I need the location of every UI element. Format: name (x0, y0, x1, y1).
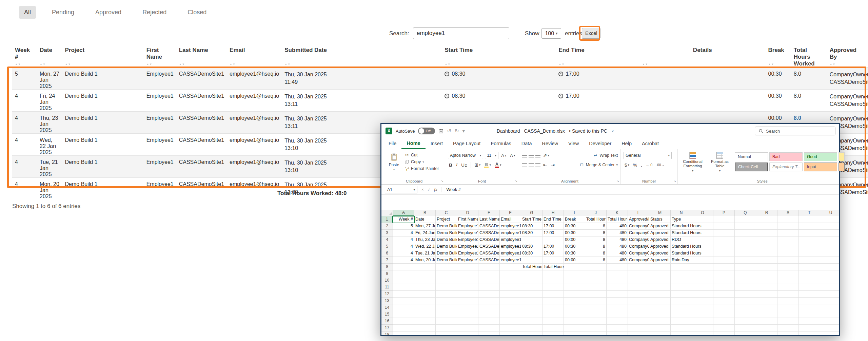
align-bottom-icon[interactable] (535, 154, 540, 157)
accounting-format-button[interactable]: $▾ (624, 163, 630, 168)
sheet-cell[interactable] (500, 325, 521, 331)
sheet-cell[interactable] (692, 277, 713, 284)
sheet-cell-C6[interactable]: Demo Build 1 (436, 250, 457, 257)
sheet-cell[interactable] (436, 311, 457, 318)
sheet-cell-F7[interactable]: employee1@hseq.io (500, 257, 521, 264)
sheet-cell[interactable] (521, 298, 542, 304)
sheet-cell[interactable] (649, 291, 671, 298)
sheet-cell-J2[interactable]: 8 (585, 223, 607, 230)
sheet-cell[interactable] (414, 318, 436, 325)
sheet-cell-D6[interactable]: Employee1 (457, 250, 478, 257)
sheet-row-header-2[interactable]: 2 (381, 223, 393, 230)
sheet-cell[interactable] (542, 331, 564, 335)
sheet-cell[interactable] (500, 331, 521, 335)
sheet-cell[interactable] (521, 236, 542, 243)
sheet-cell[interactable] (628, 298, 649, 304)
sheet-cell-H6[interactable]: 17:00 (542, 250, 564, 257)
sheet-cell-D4[interactable]: Employee1 (457, 236, 478, 243)
sheet-cell-N3[interactable]: Standard Hours (671, 230, 692, 236)
sheet-cell[interactable] (393, 318, 414, 325)
align-center-icon[interactable] (529, 163, 534, 167)
sheet-cell[interactable] (478, 277, 500, 284)
sheet-cell[interactable] (414, 270, 436, 277)
sheet-cell-M4[interactable]: Approved (649, 236, 671, 243)
sheet-cell[interactable] (564, 298, 585, 304)
sheet-cell[interactable] (414, 311, 436, 318)
sheet-cell-G5[interactable]: 08:30 (521, 243, 542, 250)
sheet-cell-G1[interactable]: Start Time (521, 216, 542, 223)
sheet-cell-M1[interactable]: Status (649, 216, 671, 223)
sheet-cell[interactable] (457, 304, 478, 311)
excel-search-box[interactable]: Search (755, 127, 835, 135)
sheet-cell[interactable] (692, 216, 713, 223)
sheet-cell-N4[interactable]: RDO (671, 236, 692, 243)
sheet-row-header-1[interactable]: 1 (381, 216, 393, 223)
sheet-column-header-L[interactable]: L (628, 210, 649, 216)
sheet-cell-K3[interactable]: 480 (607, 230, 628, 236)
sheet-cell-F1[interactable]: Email (500, 216, 521, 223)
sheet-cell[interactable] (457, 291, 478, 298)
timesheet-row[interactable]: 4Fri, 24 Jan 2025Demo Build 1Employee1CA… (12, 90, 868, 112)
sheet-cell[interactable] (649, 331, 671, 335)
sheet-cell[interactable] (585, 311, 607, 318)
sheet-cell[interactable] (414, 291, 436, 298)
sheet-cell-C7[interactable]: Demo Build 1 (436, 257, 457, 264)
conditional-formatting-button[interactable]: Conditional Formatting ▾ (680, 151, 705, 172)
dialog-launcher-icon[interactable]: ↘ (515, 179, 517, 183)
sheet-cell[interactable] (607, 311, 628, 318)
sheet-cell[interactable] (436, 270, 457, 277)
sheet-cell[interactable] (692, 304, 713, 311)
sheet-cell[interactable] (457, 298, 478, 304)
sheet-cell[interactable] (607, 325, 628, 331)
sheet-cell[interactable] (521, 325, 542, 331)
ribbon-tab-page-layout[interactable]: Page Layout (448, 138, 486, 149)
ribbon-tab-file[interactable]: File (383, 138, 401, 149)
sheet-cell[interactable] (799, 277, 820, 284)
formula-input[interactable]: Week # (441, 187, 460, 192)
sheet-column-header-A[interactable]: A (393, 210, 414, 216)
redo-button[interactable]: ↻ (455, 128, 459, 134)
sheet-cell[interactable] (777, 325, 799, 331)
sheet-column-header-U[interactable]: U (820, 210, 839, 216)
bold-button[interactable]: B (448, 163, 453, 168)
sheet-cell-C3[interactable]: Demo Build 1 (436, 230, 457, 236)
sheet-cell[interactable] (713, 284, 735, 291)
sheet-cell[interactable] (735, 270, 756, 277)
sheet-cell[interactable] (713, 270, 735, 277)
sheet-cell-D1[interactable]: First Name (457, 216, 478, 223)
sheet-cell[interactable] (542, 304, 564, 311)
sheet-cell[interactable] (692, 318, 713, 325)
sheet-cell-D3[interactable]: Employee1 (457, 230, 478, 236)
sheet-cell-M2[interactable]: Approved (649, 223, 671, 230)
sheet-cell[interactable] (478, 284, 500, 291)
sheet-cell-I6[interactable]: 00:30 (564, 250, 585, 257)
sheet-cell[interactable] (457, 264, 478, 270)
sheet-cell[interactable] (777, 270, 799, 277)
sheet-cell-I4[interactable]: 00:00 (564, 236, 585, 243)
ribbon-tab-formulas[interactable]: Formulas (486, 138, 516, 149)
sheet-cell[interactable] (756, 304, 777, 311)
sheet-cell[interactable] (756, 291, 777, 298)
sheet-cell-J5[interactable]: 8 (585, 243, 607, 250)
sheet-cell[interactable] (649, 325, 671, 331)
sheet-cell-M6[interactable]: Approved (649, 250, 671, 257)
sheet-cell[interactable] (393, 311, 414, 318)
ribbon-tab-data[interactable]: Data (516, 138, 537, 149)
sheet-cell[interactable] (564, 284, 585, 291)
dialog-launcher-icon[interactable]: ↘ (673, 179, 676, 183)
wrap-text-button[interactable]: ↩ Wrap Text (593, 153, 618, 158)
sheet-cell[interactable] (542, 298, 564, 304)
sheet-cell[interactable] (607, 318, 628, 325)
sheet-cell[interactable] (777, 216, 799, 223)
sheet-cell-C2[interactable]: Demo Build 1 (436, 223, 457, 230)
sheet-cell[interactable] (500, 318, 521, 325)
sheet-column-header-H[interactable]: H (542, 210, 564, 216)
sheet-cell-I5[interactable]: 00:30 (564, 243, 585, 250)
column-header-project[interactable]: Project▲▼ (62, 45, 144, 68)
sheet-cell[interactable] (521, 277, 542, 284)
sheet-cell[interactable] (735, 331, 756, 335)
sheet-cell-E4[interactable]: CASSADemoSite1 (478, 236, 500, 243)
sheet-cell[interactable] (649, 318, 671, 325)
dialog-launcher-icon[interactable]: ↘ (616, 179, 619, 183)
sheet-cell-N1[interactable]: Type (671, 216, 692, 223)
